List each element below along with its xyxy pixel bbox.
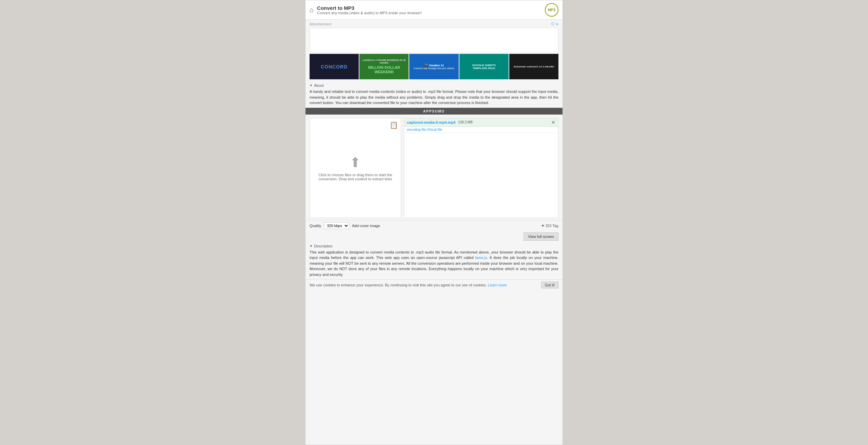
file-size: 138.3 MB (458, 120, 473, 124)
concord-text: CONCORD (321, 64, 348, 69)
ad-thumb-period[interactable]: Automate outreach on LinkedIn (509, 54, 558, 79)
ad-thumbnails: CONCORD LAUNCH A 7-FIGURE BUSINESS IN 48… (310, 54, 558, 79)
vmaker-brand: 🎬 Vmaker AI (414, 64, 454, 67)
view-fullscreen-row: View full screen (305, 231, 563, 242)
about-arrow: ▼ (310, 84, 313, 87)
description-toggle[interactable]: ▼ Description (310, 244, 558, 248)
ad-section: Advertisement ⓘ ✕ CONCORD LAUNCH A 7-FIG… (305, 20, 563, 81)
cover-image-label: cover image (360, 224, 380, 228)
cookie-bar: We use cookies to enhance your experienc… (305, 279, 563, 290)
ad-info-icon[interactable]: ⓘ (551, 22, 554, 26)
appsumu-label: APPSUMU (423, 109, 445, 113)
about-text: A handy and reliable tool to convert med… (310, 89, 558, 106)
vmaker-sub: Convert raw footage into pro videos (414, 67, 454, 69)
file-encoding: encoding file:///local-file (404, 127, 558, 133)
period-text: Automate outreach on LinkedIn (513, 65, 554, 68)
file-content-area (404, 133, 558, 218)
ad-thumb-million-dollar[interactable]: LAUNCH A 7-FIGURE BUSINESS IN 48 HOURS M… (359, 54, 409, 79)
id3-label: ID3 Tag (546, 224, 558, 228)
quality-select[interactable]: 320 kbps 256 kbps 192 kbps 128 kbps 96 k… (324, 222, 349, 229)
ad-banner (310, 28, 558, 53)
drop-zone[interactable]: 📋 ⬆ Click to choose files or drag them t… (310, 118, 401, 218)
paste-icon: 📋 (390, 121, 398, 129)
file-item-header: captured-media-0.mp4.mp4 138.3 MB ✕ (404, 118, 558, 127)
drop-zone-text: Click to choose files or drag them to st… (310, 173, 401, 181)
id3-tag-button[interactable]: ▼ ID3 Tag (541, 224, 558, 228)
ad-label-text: Advertisement (310, 22, 331, 26)
about-section: ▼ About A handy and reliable tool to con… (305, 81, 563, 108)
app-subtitle: Convert any media (video & audio) to MP3… (317, 11, 422, 15)
learn-more-link[interactable]: Learn more (488, 283, 507, 287)
id3-arrow: ▼ (541, 224, 545, 228)
about-toggle[interactable]: ▼ About (310, 83, 558, 87)
cookie-text: We use cookies to enhance your experienc… (310, 283, 507, 287)
view-fullscreen-button[interactable]: View full screen (524, 232, 558, 241)
ad-thumb-google-sheets[interactable]: GOOGLE SHEETS TEMPLATE PACK (459, 54, 509, 79)
ad-close-icon[interactable]: ✕ (556, 22, 558, 26)
appsumu-bar: APPSUMU (305, 108, 563, 115)
million-dollar-big: MILLION DOLLAR WEEKEND (359, 65, 409, 74)
app-title: Convert to MP3 (317, 5, 422, 11)
app-header: ⌂ Convert to MP3 Convert any media (vide… (305, 0, 563, 20)
google-sheets-brand: GOOGLE SHEETS (472, 64, 496, 67)
description-section: ▼ Description This web application is de… (305, 242, 563, 280)
quality-label: Quality (310, 224, 321, 228)
bottom-bar: Quality 320 kbps 256 kbps 192 kbps 128 k… (305, 220, 563, 231)
got-it-button[interactable]: Got it! (541, 282, 558, 288)
home-icon[interactable]: ⌂ (310, 6, 314, 14)
million-dollar-top: LAUNCH A 7-FIGURE BUSINESS IN 48 HOURS (359, 59, 409, 65)
description-arrow: ▼ (310, 244, 313, 248)
converter-area: 📋 ⬆ Click to choose files or drag them t… (305, 116, 563, 220)
file-close-button[interactable]: ✕ (551, 120, 555, 125)
add-cover-button[interactable]: Add cover image (352, 224, 380, 228)
file-name: captured-media-0.mp4.mp4 (407, 120, 455, 124)
encoding-value: file:///local-file (421, 128, 442, 132)
description-label: Description (314, 244, 333, 248)
google-sheets-sub: TEMPLATE PACK (472, 67, 496, 70)
mp3-logo: MP3 (545, 3, 558, 17)
ad-thumb-vmaker[interactable]: 🎬 Vmaker AI Convert raw footage into pro… (409, 54, 458, 79)
lame-js-link[interactable]: lame.js (475, 256, 487, 260)
add-label: Add (352, 224, 359, 228)
file-panel: captured-media-0.mp4.mp4 138.3 MB ✕ enco… (404, 118, 558, 218)
about-label: About (314, 83, 324, 87)
description-text: This web application is designed to conv… (310, 249, 558, 278)
upload-icon: ⬆ (350, 155, 361, 170)
ad-thumb-concord[interactable]: CONCORD (310, 54, 359, 79)
